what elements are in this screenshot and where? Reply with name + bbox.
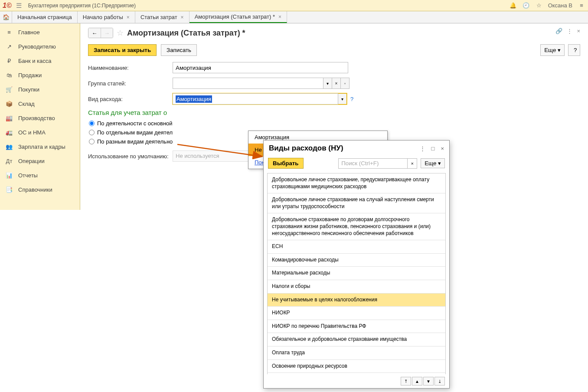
close-icon[interactable]: × bbox=[441, 145, 444, 152]
sidebar-item[interactable]: 👥Зарплата и кадры bbox=[0, 140, 80, 154]
list-item[interactable]: Добровольное страхование по договорам до… bbox=[268, 213, 445, 240]
dropdown-button[interactable]: ▾ bbox=[323, 78, 332, 89]
help-button[interactable]: ? bbox=[568, 44, 580, 56]
close-icon[interactable]: × bbox=[181, 14, 184, 20]
group-input[interactable] bbox=[173, 78, 323, 89]
tab-amortization[interactable]: Амортизация (Статья затрат) * × bbox=[189, 11, 287, 23]
forward-button[interactable]: → bbox=[101, 28, 113, 38]
sidebar-item[interactable]: ₽Банк и касса bbox=[0, 54, 80, 68]
sidebar: ≡Главное↗Руководителю₽Банк и касса🛍Прода… bbox=[0, 23, 80, 210]
titlebar-right: 🔔 🕘 ☆ Оксана В ≡ bbox=[509, 2, 585, 9]
panel-icon[interactable]: ≡ bbox=[578, 2, 585, 9]
tab-cost-items[interactable]: Статьи затрат × bbox=[135, 11, 189, 23]
search-clear-button[interactable]: × bbox=[408, 158, 417, 169]
scroll-top-button[interactable]: ⤒ bbox=[401, 377, 411, 385]
popup-more-button[interactable]: Еще ▾ bbox=[421, 158, 445, 168]
expense-types-list[interactable]: Добровольное личное страхование, предусм… bbox=[267, 173, 446, 374]
page-top-right: 🔗 ⋮ × bbox=[555, 28, 580, 34]
sidebar-item[interactable]: 🛍Продажи bbox=[0, 68, 80, 82]
tab-label: Начало работы bbox=[83, 14, 123, 20]
menu-icon[interactable] bbox=[16, 2, 24, 10]
name-input[interactable] bbox=[173, 62, 348, 73]
radio-input[interactable] bbox=[89, 130, 95, 135]
help-link[interactable]: ? bbox=[350, 96, 353, 102]
tab-bar: 🏠 Начальная страница Начало работы × Ста… bbox=[0, 11, 588, 23]
open-button[interactable]: ▫ bbox=[341, 78, 350, 89]
history-icon[interactable]: 🕘 bbox=[522, 2, 530, 9]
sidebar-icon: 🚛 bbox=[5, 129, 13, 136]
more-icon[interactable]: ⋮ bbox=[567, 28, 572, 34]
sidebar-item[interactable]: 🛒Покупки bbox=[0, 82, 80, 97]
scroll-down-button[interactable]: ▼ bbox=[423, 377, 434, 385]
tab-start-work[interactable]: Начало работы × bbox=[78, 11, 135, 23]
home-tab-icon[interactable]: 🏠 bbox=[0, 11, 12, 23]
star-icon[interactable]: ☆ bbox=[535, 2, 543, 9]
list-item[interactable]: Налоги и сборы bbox=[268, 280, 445, 294]
sidebar-icon: 👥 bbox=[5, 144, 13, 150]
list-item[interactable]: Не учитываемые в целях налогообложения bbox=[268, 294, 445, 307]
radio-label: По отдельным видам деятел bbox=[97, 129, 173, 136]
close-icon[interactable]: × bbox=[278, 14, 281, 20]
more-icon[interactable]: ⋮ bbox=[420, 145, 425, 152]
radio-main-activity[interactable]: По деятельности с основной bbox=[89, 119, 580, 128]
sidebar-icon: 🏭 bbox=[5, 115, 13, 121]
favorite-icon[interactable]: ☆ bbox=[117, 28, 124, 38]
sidebar-item[interactable]: 📦Склад bbox=[0, 97, 80, 111]
list-item[interactable]: НИОКР bbox=[268, 307, 445, 320]
close-icon[interactable]: × bbox=[577, 28, 580, 34]
link-icon[interactable]: 🔗 bbox=[555, 28, 562, 34]
sidebar-icon: 📊 bbox=[5, 172, 13, 179]
nav-row: ← → ☆ Амортизация (Статья затрат) * 🔗 ⋮ … bbox=[88, 28, 580, 38]
dropdown-button[interactable]: ▾ bbox=[338, 93, 347, 105]
user-name[interactable]: Оксана В bbox=[548, 2, 572, 9]
sidebar-item[interactable]: ≡Главное bbox=[0, 25, 80, 39]
sidebar-label: Банк и касса bbox=[18, 58, 52, 64]
sidebar-item[interactable]: ↗Руководителю bbox=[0, 39, 80, 54]
sidebar-item[interactable]: 🏭Производство bbox=[0, 111, 80, 125]
sidebar-icon: 📑 bbox=[5, 186, 13, 193]
radio-input[interactable] bbox=[89, 139, 95, 144]
scroll-bottom-button[interactable]: ⤓ bbox=[434, 377, 445, 385]
sidebar-icon: Дт bbox=[5, 158, 13, 164]
sidebar-label: Покупки bbox=[18, 86, 39, 93]
list-item[interactable]: ЕСН bbox=[268, 240, 445, 254]
expense-kind-combo: Амортизация ▾ bbox=[173, 93, 347, 105]
list-item[interactable]: Оплата труда bbox=[268, 346, 445, 360]
list-item[interactable]: Обязательное и добровольное страхование … bbox=[268, 333, 445, 346]
scroll-up-button[interactable]: ▲ bbox=[412, 377, 422, 385]
list-item[interactable]: Добровольное личное страхование на случа… bbox=[268, 193, 445, 213]
save-close-button[interactable]: Записать и закрыть bbox=[88, 44, 157, 56]
toolbar-right: Еще ▾ ? bbox=[540, 44, 580, 56]
sidebar-item[interactable]: 📊Отчеты bbox=[0, 168, 80, 183]
close-icon[interactable]: × bbox=[127, 14, 130, 20]
expense-kind-input[interactable]: Амортизация bbox=[173, 93, 338, 105]
sidebar-label: Продажи bbox=[18, 72, 42, 78]
list-item[interactable]: Добровольное личное страхование, предусм… bbox=[268, 173, 445, 193]
group-combo: ▾ × ▫ bbox=[173, 78, 350, 89]
back-button[interactable]: ← bbox=[88, 28, 101, 38]
sidebar-label: Главное bbox=[18, 29, 40, 36]
list-item[interactable]: Командировочные расходы bbox=[268, 254, 445, 267]
popup-toolbar: Выбрать × Еще ▾ bbox=[264, 156, 449, 173]
sidebar-item[interactable]: 📑Справочники bbox=[0, 183, 80, 197]
radio-input[interactable] bbox=[89, 121, 95, 126]
save-button[interactable]: Записать bbox=[161, 44, 197, 56]
tab-label: Статьи затрат bbox=[140, 14, 177, 20]
more-button[interactable]: Еще ▾ bbox=[540, 44, 565, 56]
clear-button[interactable]: × bbox=[332, 78, 341, 89]
sidebar-label: Зарплата и кадры bbox=[18, 144, 65, 150]
tab-label: Амортизация (Статья затрат) * bbox=[195, 13, 275, 20]
popup-header-icons: ⋮ □ × bbox=[420, 145, 444, 152]
list-item[interactable]: Материальные расходы bbox=[268, 267, 445, 280]
select-button[interactable]: Выбрать bbox=[268, 158, 304, 169]
tab-start-page[interactable]: Начальная страница bbox=[12, 11, 78, 23]
sidebar-icon: ₽ bbox=[5, 58, 13, 64]
sidebar-item[interactable]: ДтОперации bbox=[0, 154, 80, 168]
label-expense-kind: Вид расхода: bbox=[88, 96, 173, 102]
search-input[interactable] bbox=[338, 158, 408, 169]
sidebar-item[interactable]: 🚛ОС и НМА bbox=[0, 125, 80, 140]
list-item[interactable]: Освоение природных ресурсов bbox=[268, 360, 445, 373]
list-item[interactable]: НИОКР по перечню Правительства РФ bbox=[268, 320, 445, 333]
maximize-icon[interactable]: □ bbox=[431, 145, 435, 152]
bell-icon[interactable]: 🔔 bbox=[509, 2, 517, 9]
